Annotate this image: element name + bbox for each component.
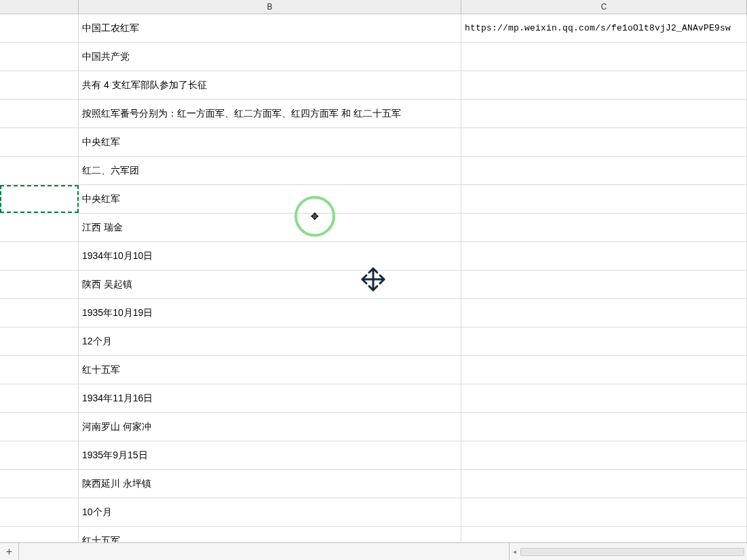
column-headers: B C: [0, 0, 747, 14]
table-row: 红十五军: [0, 356, 747, 384]
table-row: 1935年9月15日: [0, 441, 747, 470]
table-row: 陕西 吴起镇: [0, 271, 747, 299]
rows-container: 中国工农红军https://mp.weixin.qq.com/s/fe1oOlt…: [0, 14, 747, 542]
cell-a[interactable]: [0, 71, 79, 99]
cell-a[interactable]: [0, 413, 79, 441]
cell-a[interactable]: [0, 14, 79, 42]
column-header-b[interactable]: B: [79, 0, 461, 14]
cell-b[interactable]: 共有 4 支红军部队参加了长征: [79, 71, 461, 99]
cell-c[interactable]: [461, 413, 747, 441]
table-row: 江西 瑞金: [0, 214, 747, 242]
cell-c[interactable]: [461, 356, 747, 384]
cell-c[interactable]: [461, 384, 747, 412]
cell-c[interactable]: [461, 128, 747, 156]
cell-b[interactable]: 河南罗山 何家冲: [79, 413, 461, 441]
cell-b[interactable]: 中央红军: [79, 185, 461, 213]
cell-c[interactable]: [461, 527, 747, 542]
table-row: 河南罗山 何家冲: [0, 413, 747, 441]
cell-b[interactable]: 1935年9月15日: [79, 441, 461, 469]
table-row: 中国工农红军https://mp.weixin.qq.com/s/fe1oOlt…: [0, 14, 747, 43]
cell-b[interactable]: 陕西延川 永坪镇: [79, 470, 461, 498]
cell-a[interactable]: [0, 384, 79, 412]
cell-c[interactable]: [461, 157, 747, 184]
table-row: 共有 4 支红军部队参加了长征: [0, 71, 747, 100]
cell-b[interactable]: 10个月: [79, 498, 461, 526]
table-row: 1935年10月19日: [0, 299, 747, 327]
cell-c[interactable]: [461, 327, 747, 355]
cell-c[interactable]: [461, 441, 747, 469]
cell-a[interactable]: [0, 271, 79, 298]
cell-b[interactable]: 陕西 吴起镇: [79, 271, 461, 298]
horizontal-scroll-zone: ◂: [509, 543, 747, 560]
table-row: 按照红军番号分别为：红一方面军、红二方面军、红四方面军 和 红二十五军: [0, 100, 747, 128]
cell-b[interactable]: 红十五军: [79, 527, 461, 542]
table-row: 红二、六军团: [0, 157, 747, 185]
cell-a[interactable]: [0, 43, 79, 71]
table-row: 10个月: [0, 498, 747, 527]
cell-b[interactable]: 中央红军: [79, 128, 461, 156]
cell-a[interactable]: [0, 299, 79, 327]
cell-c[interactable]: [461, 43, 747, 71]
cell-b[interactable]: 1934年11月16日: [79, 384, 461, 412]
table-row: 中国共产党: [0, 43, 747, 71]
table-row: 中央红军: [0, 185, 747, 214]
cell-c[interactable]: [461, 271, 747, 298]
cell-a[interactable]: [0, 128, 79, 156]
add-sheet-button[interactable]: +: [0, 543, 19, 561]
cell-a[interactable]: [0, 356, 79, 384]
cell-b[interactable]: 1935年10月19日: [79, 299, 461, 327]
cell-a[interactable]: [0, 214, 79, 241]
cell-a[interactable]: [0, 498, 79, 526]
cell-a[interactable]: [0, 327, 79, 355]
table-row: 红十五军: [0, 527, 747, 542]
cell-c[interactable]: [461, 214, 747, 241]
cell-a[interactable]: [0, 185, 79, 213]
cell-c[interactable]: [461, 242, 747, 270]
cell-b[interactable]: 中国工农红军: [79, 14, 461, 42]
cell-c[interactable]: [461, 100, 747, 127]
horizontal-scrollbar[interactable]: [520, 548, 744, 556]
cell-b[interactable]: 按照红军番号分别为：红一方面军、红二方面军、红四方面军 和 红二十五军: [79, 100, 461, 127]
cell-b[interactable]: 红二、六军团: [79, 157, 461, 184]
sheet-tab-bar: + ◂: [0, 542, 747, 560]
cell-a[interactable]: [0, 242, 79, 270]
cell-b[interactable]: 红十五军: [79, 356, 461, 384]
table-row: 12个月: [0, 327, 747, 356]
table-row: 中央红军: [0, 128, 747, 157]
cell-a[interactable]: [0, 441, 79, 469]
cell-b[interactable]: 12个月: [79, 327, 461, 355]
cell-b[interactable]: 江西 瑞金: [79, 214, 461, 241]
cell-a[interactable]: [0, 100, 79, 127]
cell-a[interactable]: [0, 470, 79, 498]
cell-c[interactable]: [461, 185, 747, 213]
column-header-a[interactable]: [0, 0, 79, 14]
scroll-left-button[interactable]: ◂: [510, 543, 519, 561]
cell-b[interactable]: 1934年10月10日: [79, 242, 461, 270]
table-row: 1934年11月16日: [0, 384, 747, 413]
table-row: 陕西延川 永坪镇: [0, 470, 747, 498]
column-header-c[interactable]: C: [461, 0, 747, 14]
cell-b[interactable]: 中国共产党: [79, 43, 461, 71]
cell-a[interactable]: [0, 527, 79, 542]
table-row: 1934年10月10日: [0, 242, 747, 271]
spreadsheet-grid[interactable]: B C 中国工农红军https://mp.weixin.qq.com/s/fe1…: [0, 0, 747, 542]
cell-c[interactable]: [461, 498, 747, 526]
cell-c[interactable]: [461, 470, 747, 498]
cell-c[interactable]: [461, 71, 747, 99]
cell-a[interactable]: [0, 157, 79, 184]
cell-c[interactable]: [461, 299, 747, 327]
cell-c[interactable]: https://mp.weixin.qq.com/s/fe1oOlt8vjJ2_…: [461, 14, 747, 42]
